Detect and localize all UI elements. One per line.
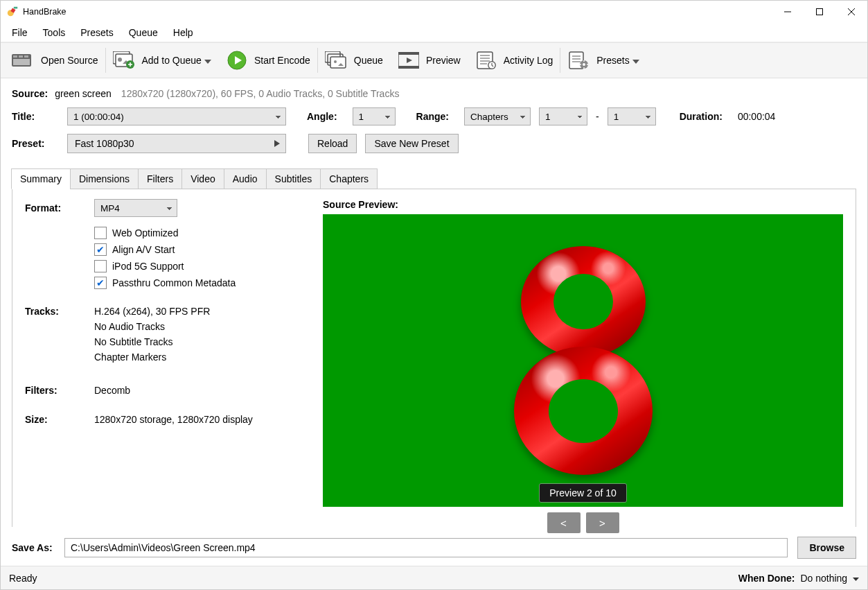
play-icon xyxy=(225,50,249,71)
check-passthru-metadata[interactable]: Passthru Common Metadata xyxy=(94,277,302,289)
svg-rect-22 xyxy=(398,66,419,69)
range-label: Range: xyxy=(416,111,449,122)
activity-log-button[interactable]: Activity Log xyxy=(468,43,560,78)
svg-rect-8 xyxy=(19,55,23,58)
open-source-button[interactable]: Open Source xyxy=(5,43,105,78)
tab-summary[interactable]: Summary xyxy=(11,168,71,189)
check-align-av-start[interactable]: Align A/V Start xyxy=(94,243,302,256)
svg-rect-10 xyxy=(13,59,30,65)
presets-label: Presets xyxy=(596,55,629,66)
source-name: green screen xyxy=(55,88,112,99)
tab-dimensions[interactable]: Dimensions xyxy=(70,168,139,189)
open-source-label: Open Source xyxy=(41,55,98,66)
tab-row: Summary Dimensions Filters Video Audio S… xyxy=(11,168,856,189)
minimize-button[interactable] xyxy=(772,1,804,23)
track-line: No Audio Tracks xyxy=(94,321,302,332)
tab-subtitles[interactable]: Subtitles xyxy=(266,168,321,189)
angle-label: Angle: xyxy=(307,111,337,122)
tab-audio[interactable]: Audio xyxy=(224,168,267,189)
menu-help[interactable]: Help xyxy=(166,24,200,41)
svg-point-13 xyxy=(118,58,122,62)
presets-icon xyxy=(567,50,591,71)
preview-content-eight xyxy=(500,246,666,475)
range-dash: - xyxy=(596,111,599,122)
add-to-queue-dropdown-icon[interactable] xyxy=(204,55,211,66)
svg-rect-1 xyxy=(14,7,17,9)
window-title: HandBrake xyxy=(23,7,67,17)
filters-label: Filters: xyxy=(25,385,94,400)
queue-button[interactable]: Queue xyxy=(318,43,390,78)
duration-value: 00:00:04 xyxy=(738,111,776,122)
preview-prev-button[interactable]: < xyxy=(547,512,581,533)
close-button[interactable] xyxy=(835,1,867,23)
maximize-button[interactable] xyxy=(804,1,835,23)
presets-dropdown-icon[interactable] xyxy=(632,55,639,66)
source-label: Source: xyxy=(12,88,48,99)
source-preview-label: Source Preview: xyxy=(323,199,843,210)
source-details: 1280x720 (1280x720), 60 FPS, 0 Audio Tra… xyxy=(121,88,400,99)
menu-tools[interactable]: Tools xyxy=(36,24,73,41)
track-line: H.264 (x264), 30 FPS PFR xyxy=(94,306,302,317)
preset-label: Preset: xyxy=(12,138,52,149)
format-label: Format: xyxy=(25,202,94,214)
menu-file[interactable]: File xyxy=(5,24,35,41)
range-from-select[interactable]: 1 xyxy=(539,107,587,125)
add-to-queue-label: Add to Queue xyxy=(142,55,202,66)
svg-rect-9 xyxy=(24,55,28,58)
chevron-down-icon xyxy=(853,573,859,584)
tab-chapters[interactable]: Chapters xyxy=(320,168,378,189)
queue-label: Queue xyxy=(354,55,383,66)
status-bar: Ready When Done: Do nothing xyxy=(1,566,867,589)
size-value: 1280x720 storage, 1280x720 display xyxy=(94,414,302,425)
save-new-preset-button[interactable]: Save New Preset xyxy=(365,134,458,153)
check-ipod-5g[interactable]: iPod 5G Support xyxy=(94,260,302,272)
when-done-label: When Done: xyxy=(738,573,795,584)
preset-value: Fast 1080p30 xyxy=(75,138,134,149)
check-web-optimized[interactable]: Web Optimized xyxy=(94,227,302,239)
start-encode-button[interactable]: Start Encode xyxy=(218,43,317,78)
save-as-input[interactable] xyxy=(64,538,788,557)
svg-rect-21 xyxy=(398,52,419,55)
title-select[interactable]: 1 (00:00:04) xyxy=(67,107,286,125)
queue-icon xyxy=(325,50,348,71)
open-source-icon xyxy=(12,50,35,71)
menu-queue[interactable]: Queue xyxy=(122,24,165,41)
tab-pane: Format: MP4 Web Optimized Align A/V Star… xyxy=(12,189,856,527)
preview-counter-badge: Preview 2 of 10 xyxy=(539,483,627,503)
size-label: Size: xyxy=(25,414,94,429)
preview-button[interactable]: Preview xyxy=(390,43,468,78)
svg-rect-7 xyxy=(13,55,17,58)
activity-log-label: Activity Log xyxy=(504,55,553,66)
content-area: Source: green screen 1280x720 (1280x720)… xyxy=(1,78,867,566)
svg-rect-3 xyxy=(817,9,823,15)
filters-value: Decomb xyxy=(94,385,302,396)
track-line: No Subtitle Tracks xyxy=(94,336,302,347)
toolbar: Open Source Add to Queue Start Encode Qu… xyxy=(1,42,867,78)
svg-rect-18 xyxy=(330,57,346,68)
range-mode-select[interactable]: Chapters xyxy=(464,107,531,125)
tab-video[interactable]: Video xyxy=(181,168,224,189)
browse-button[interactable]: Browse xyxy=(797,537,856,559)
menubar: File Tools Presets Queue Help xyxy=(1,23,867,42)
preview-label: Preview xyxy=(426,55,461,66)
preset-select[interactable]: Fast 1080p30 xyxy=(67,134,286,153)
titlebar: HandBrake xyxy=(1,1,867,23)
presets-button[interactable]: Presets xyxy=(560,43,646,78)
angle-select[interactable]: 1 xyxy=(353,107,396,125)
status-text: Ready xyxy=(9,573,37,584)
preview-next-button[interactable]: > xyxy=(586,512,619,533)
app-icon xyxy=(6,6,19,18)
range-to-select[interactable]: 1 xyxy=(608,107,656,125)
menu-presets[interactable]: Presets xyxy=(73,24,120,41)
when-done-select[interactable]: Do nothing xyxy=(800,573,859,584)
preset-dropdown-icon xyxy=(274,139,280,149)
add-to-queue-button[interactable]: Add to Queue xyxy=(106,43,218,78)
format-select[interactable]: MP4 xyxy=(94,199,177,217)
save-as-label: Save As: xyxy=(12,542,57,553)
preview-icon xyxy=(397,50,420,71)
svg-point-19 xyxy=(334,60,337,63)
svg-point-35 xyxy=(583,63,585,66)
tab-filters[interactable]: Filters xyxy=(138,168,182,189)
reload-button[interactable]: Reload xyxy=(308,134,357,153)
activity-log-icon xyxy=(475,50,498,71)
